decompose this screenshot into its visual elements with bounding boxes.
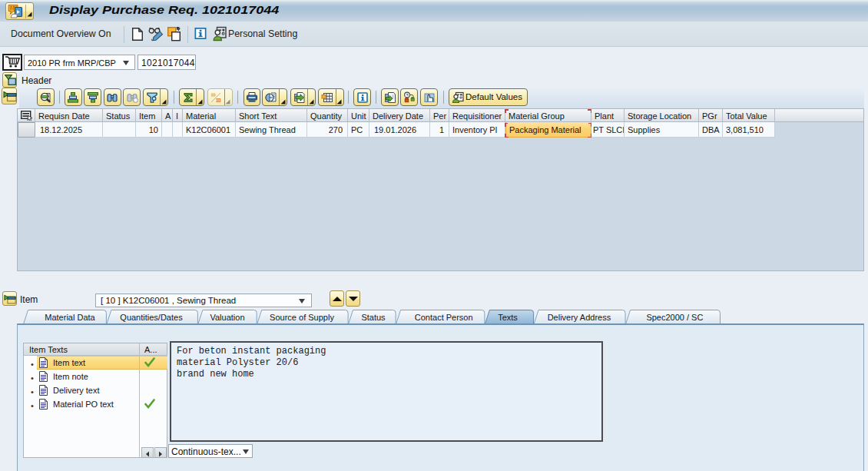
svg-text:Source of Supply: Source of Supply — [270, 313, 334, 322]
svg-text:Quantities/Dates: Quantities/Dates — [120, 313, 183, 322]
svg-text:Status: Status — [361, 313, 386, 322]
svg-text:Texts: Texts — [498, 313, 518, 322]
svg-text:Contact Person: Contact Person — [415, 313, 473, 322]
svg-text:Spec2000 / SC: Spec2000 / SC — [646, 313, 703, 322]
svg-text:Delivery Address: Delivery Address — [548, 313, 611, 322]
svg-text:Material Data: Material Data — [45, 313, 95, 322]
svg-text:Valuation: Valuation — [210, 313, 244, 322]
